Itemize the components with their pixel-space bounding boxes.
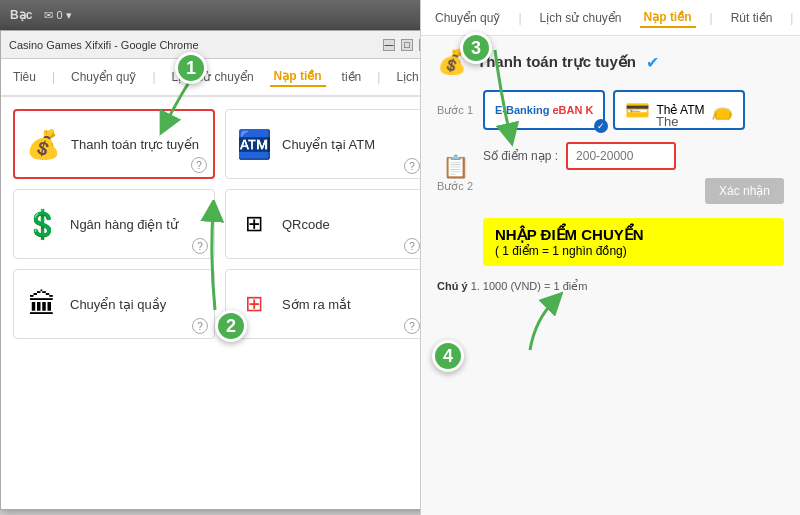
ngan-hang-icon: 💲 xyxy=(24,208,60,241)
step2-row: 📋 Bước 2 Số điểm nạp : Xác nhận xyxy=(437,142,784,204)
nav-item-chuyen-quy[interactable]: Chuyển quỹ xyxy=(67,68,140,86)
qr-icon: ⊞ xyxy=(236,211,272,237)
right-nav-nap-tien[interactable]: Nạp tiền xyxy=(640,8,696,28)
step2-label: Bước 2 xyxy=(437,180,473,193)
ebank-btn[interactable]: E-Banking eBAN K ✓ xyxy=(483,90,605,130)
help-icon-1[interactable]: ? xyxy=(191,157,207,173)
option-card-quay[interactable]: 🏛 Chuyển tại quầy ? xyxy=(13,269,215,339)
right-navbar: Chuyển quỹ | Lịch sử chuyển Nạp tiền | R… xyxy=(421,0,800,36)
the-text: The xyxy=(656,114,796,129)
ngan-hang-label: Ngân hàng điện tử xyxy=(70,217,178,232)
points-input[interactable] xyxy=(566,142,676,170)
qr-label: QRcode xyxy=(282,217,330,232)
atm-icon: 🏧 xyxy=(236,128,272,161)
input-label: Số điểm nạp : xyxy=(483,149,558,163)
quay-label: Chuyển tại quầy xyxy=(70,297,166,312)
option-card-qr[interactable]: ⊞ QRcode ? xyxy=(225,189,427,259)
nav-item-tieu[interactable]: Tiêu xyxy=(9,68,40,86)
step2-icon: 📋 xyxy=(437,154,473,180)
step2-indicator: 📋 Bước 2 xyxy=(437,154,473,193)
maximize-button[interactable]: □ xyxy=(401,39,413,51)
callout-box: NHẬP ĐIỂM CHUYỂN ( 1 điểm = 1 nghìn đồng… xyxy=(483,218,784,266)
nav-item-rut-tien[interactable]: tiền xyxy=(338,68,366,86)
browser-window: Casino Games Xifxifi - Google Chrome — □… xyxy=(0,30,440,510)
top-bar-title: Bạc xyxy=(10,8,32,22)
badge-2: 2 xyxy=(215,310,247,342)
quay-icon: 🏛 xyxy=(24,288,60,321)
app-navbar: Tiêu | Chuyển quỹ | Lịch sử chuyển Nạp t… xyxy=(1,59,439,97)
option-card-thanh-toan[interactable]: 💰 Thanh toán trực tuyến ? xyxy=(13,109,215,179)
callout-title: NHẬP ĐIỂM CHUYỂN xyxy=(495,226,772,244)
ebank-logo: E-Banking eBAN K xyxy=(495,104,593,116)
right-nav-lich-su[interactable]: Lịch sử chuyển xyxy=(536,9,626,27)
nav-item-nap-tien[interactable]: Nạp tiền xyxy=(270,67,326,87)
atm-card-icon: 💳 xyxy=(625,98,650,122)
step-title-text: Thanh toán trực tuyến xyxy=(477,53,636,71)
callout-subtitle: ( 1 điểm = 1 nghìn đồng) xyxy=(495,244,772,258)
help-icon-2[interactable]: ? xyxy=(404,158,420,174)
thanh-toan-label: Thanh toán trực tuyến xyxy=(71,137,199,152)
step1-indicator: Bước 1 xyxy=(437,104,473,117)
step2-inputs: Số điểm nạp : Xác nhận xyxy=(483,142,784,204)
help-icon-3[interactable]: ? xyxy=(192,238,208,254)
browser-title: Casino Games Xifxifi - Google Chrome xyxy=(9,39,199,51)
right-nav-rut-tien[interactable]: Rút tiền xyxy=(727,9,777,27)
help-icon-4[interactable]: ? xyxy=(404,238,420,254)
verified-icon: ✔ xyxy=(646,53,659,72)
confirm-button[interactable]: Xác nhận xyxy=(705,178,784,204)
badge-4: 4 xyxy=(432,340,464,372)
input-row: Số điểm nạp : xyxy=(483,142,784,170)
badge-1: 1 xyxy=(175,52,207,84)
atm-label: Chuyển tại ATM xyxy=(282,137,375,152)
minimize-button[interactable]: — xyxy=(383,39,395,51)
option-card-atm[interactable]: 🏧 Chuyển tại ATM ? xyxy=(225,109,427,179)
note-label: Chú ý xyxy=(437,280,468,292)
badge-3: 3 xyxy=(460,32,492,64)
ebank-brand: eBAN K xyxy=(552,104,593,116)
help-icon-5[interactable]: ? xyxy=(192,318,208,334)
note-section: Chú ý 1. 1000 (VND) = 1 điểm xyxy=(437,280,784,293)
browser-titlebar: Casino Games Xifxifi - Google Chrome — □… xyxy=(1,31,439,59)
top-bar-money: ✉ 0 ▾ xyxy=(44,9,71,22)
right-nav-chuyen-quy[interactable]: Chuyển quỹ xyxy=(431,9,504,27)
ebank-check: ✓ xyxy=(594,119,608,133)
option-card-ngan-hang[interactable]: 💲 Ngân hàng điện tử ? xyxy=(13,189,215,259)
soon-label: Sớm ra mắt xyxy=(282,297,351,312)
right-content: 💰 Thanh toán trực tuyến ✔ Bước 1 E-Banki… xyxy=(421,36,800,305)
step1-label: Bước 1 xyxy=(437,104,473,117)
right-panel: Chuyển quỹ | Lịch sử chuyển Nạp tiền | R… xyxy=(420,0,800,515)
option-card-soon[interactable]: ⊞ Sớm ra mắt ? xyxy=(225,269,427,339)
thanh-toan-icon: 💰 xyxy=(25,128,61,161)
help-icon-6[interactable]: ? xyxy=(404,318,420,334)
note-text: 1. 1000 (VND) = 1 điểm xyxy=(471,280,588,292)
